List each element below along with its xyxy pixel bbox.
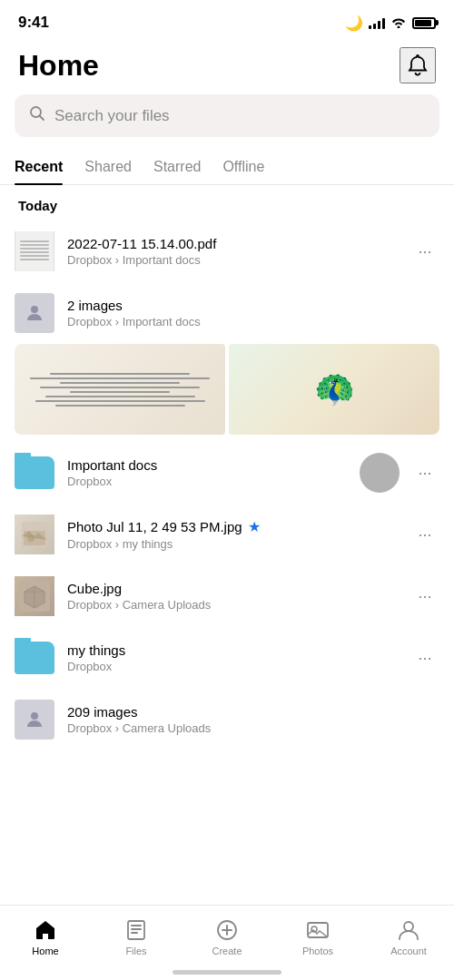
- nav-files-label: Files: [125, 946, 146, 956]
- file-info: Photo Jul 11, 2 49 53 PM.jpg ★ Dropbox ›…: [67, 518, 398, 551]
- notifications-button[interactable]: [400, 47, 436, 83]
- file-name: 209 images: [67, 704, 439, 720]
- nav-create-label: Create: [212, 946, 242, 956]
- file-path: Dropbox › Camera Uploads: [67, 721, 439, 735]
- list-item[interactable]: Cube.jpg Dropbox › Camera Uploads ···: [0, 565, 454, 627]
- more-options-button[interactable]: ···: [410, 582, 439, 611]
- more-options-button[interactable]: ···: [410, 237, 439, 266]
- nav-create[interactable]: Create: [182, 906, 272, 962]
- file-info: my things Dropbox: [67, 642, 398, 673]
- svg-rect-13: [131, 928, 142, 930]
- images-thumbnail: [15, 700, 54, 740]
- folder-thumbnail: [15, 638, 54, 678]
- section-today: Today: [0, 185, 454, 220]
- nav-home-label: Home: [32, 946, 58, 956]
- file-info: 209 images Dropbox › Camera Uploads: [67, 704, 439, 735]
- nav-photos[interactable]: Photos: [272, 906, 363, 962]
- more-options-button[interactable]: ···: [410, 458, 439, 487]
- signal-icon: [369, 16, 385, 29]
- expanded-image-preview[interactable]: 🦚: [15, 344, 439, 435]
- file-path: Dropbox: [67, 475, 398, 488]
- file-info: Important docs Dropbox: [67, 457, 398, 488]
- tab-recent[interactable]: Recent: [15, 152, 63, 184]
- file-path: Dropbox › my things: [67, 537, 398, 551]
- tabs-bar: Recent Shared Starred Offline: [0, 152, 454, 185]
- svg-rect-12: [131, 925, 142, 926]
- tab-shared[interactable]: Shared: [84, 152, 132, 184]
- cube-thumbnail: [15, 576, 54, 616]
- more-options-button[interactable]: ···: [410, 520, 439, 549]
- tab-offline[interactable]: Offline: [222, 152, 264, 184]
- svg-point-10: [31, 712, 38, 720]
- file-path: Dropbox: [67, 660, 398, 673]
- star-icon: ★: [248, 518, 261, 535]
- battery-icon: [412, 17, 436, 29]
- images-thumbnail: [15, 293, 54, 333]
- folder-thumbnail: [15, 453, 54, 493]
- nav-home[interactable]: Home: [0, 906, 91, 962]
- svg-rect-14: [131, 932, 138, 934]
- search-bar[interactable]: Search your files: [15, 94, 439, 137]
- status-time: 9:41: [18, 14, 49, 32]
- list-item[interactable]: my things Dropbox ···: [0, 627, 454, 689]
- image-cell-receipt: [15, 344, 225, 435]
- svg-line-1: [40, 116, 44, 121]
- file-name: Cube.jpg: [67, 581, 398, 596]
- bottom-navigation: Home Files Create Photos Account: [0, 905, 454, 980]
- moon-icon: 🌙: [345, 15, 363, 32]
- nav-files[interactable]: Files: [91, 906, 182, 962]
- status-bar: 9:41 🌙: [0, 0, 454, 40]
- image-cell-bird: 🦚: [229, 344, 439, 435]
- file-name: 2022-07-11 15.14.00.pdf: [67, 236, 398, 251]
- file-name: 2 images: [67, 298, 439, 313]
- content-area: Today 2022-07-11 15.14.00.pdf Dropbox › …: [0, 185, 454, 832]
- pdf-thumbnail: [15, 231, 54, 271]
- file-path: Dropbox › Important docs: [67, 253, 398, 267]
- gray-bubble: [360, 453, 400, 493]
- file-name: my things: [67, 642, 398, 658]
- file-info: 2 images Dropbox › Important docs: [67, 298, 439, 328]
- file-path: Dropbox › Important docs: [67, 315, 439, 328]
- file-info: Cube.jpg Dropbox › Camera Uploads: [67, 581, 398, 612]
- nav-account[interactable]: Account: [363, 906, 454, 962]
- status-icons: 🌙: [345, 15, 436, 32]
- home-indicator: [173, 970, 281, 975]
- header: Home: [0, 40, 454, 94]
- list-item[interactable]: 2022-07-11 15.14.00.pdf Dropbox › Import…: [0, 220, 454, 282]
- list-item[interactable]: Important docs Dropbox ···: [0, 442, 454, 504]
- search-placeholder: Search your files: [54, 107, 170, 125]
- file-name: Important docs: [67, 457, 398, 473]
- file-info: 2022-07-11 15.14.00.pdf Dropbox › Import…: [67, 236, 398, 267]
- file-path: Dropbox › Camera Uploads: [67, 598, 398, 612]
- nav-account-label: Account: [390, 946, 427, 956]
- list-item[interactable]: 2 images Dropbox › Important docs: [0, 282, 454, 344]
- list-item[interactable]: 209 images Dropbox › Camera Uploads: [0, 689, 454, 750]
- tab-starred[interactable]: Starred: [153, 152, 201, 184]
- photo-thumbnail: [15, 514, 54, 554]
- svg-point-20: [404, 922, 413, 931]
- file-name: Photo Jul 11, 2 49 53 PM.jpg ★: [67, 518, 398, 535]
- page-title: Home: [18, 49, 99, 83]
- wifi-icon: [390, 15, 407, 31]
- search-icon: [29, 105, 45, 126]
- svg-point-2: [31, 306, 38, 313]
- more-options-button[interactable]: ···: [410, 643, 439, 672]
- nav-photos-label: Photos: [302, 946, 333, 956]
- list-item[interactable]: Photo Jul 11, 2 49 53 PM.jpg ★ Dropbox ›…: [0, 504, 454, 565]
